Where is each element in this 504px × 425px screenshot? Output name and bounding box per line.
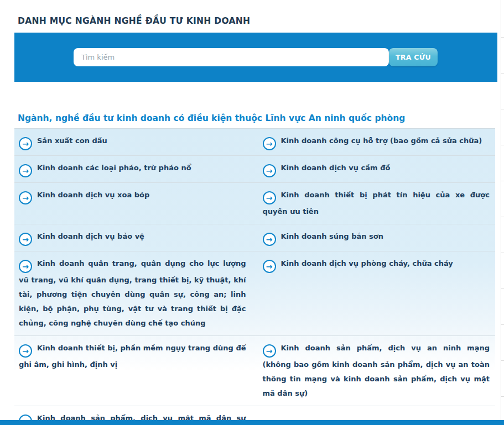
arrow-right-circle-icon: → bbox=[263, 164, 276, 177]
list-item[interactable]: →Kinh doanh dịch vụ phòng cháy, chữa chá… bbox=[255, 251, 496, 335]
list-row: →Kinh doanh thiết bị, phần mềm ngụy tran… bbox=[14, 335, 495, 406]
list-item-label: Kinh doanh dịch vụ cầm đồ bbox=[281, 164, 391, 172]
page-title: DANH MỤC NGÀNH NGHỀ ĐẦU TƯ KINH DOANH bbox=[18, 16, 250, 26]
list-item[interactable]: →Kinh doanh sản phẩm, dịch vụ an ninh mạ… bbox=[255, 336, 496, 406]
arrow-right-circle-icon: → bbox=[263, 344, 276, 358]
list-item[interactable]: →Sản xuất con dấu bbox=[14, 129, 255, 155]
list-row: →Kinh doanh quân trang, quân dụng cho lự… bbox=[14, 251, 495, 335]
list-item[interactable]: →Kinh doanh dịch vụ bảo vệ bbox=[14, 224, 255, 251]
arrow-right-circle-icon: → bbox=[19, 233, 32, 246]
arrow-right-circle-icon: → bbox=[19, 344, 32, 358]
list-item-label: Kinh doanh dịch vụ phòng cháy, chữa cháy bbox=[281, 259, 453, 267]
list-item-label: Kinh doanh quân trang, quân dụng cho lực… bbox=[19, 259, 246, 327]
arrow-right-circle-icon: → bbox=[19, 191, 32, 204]
list-item[interactable]: →Kinh doanh công cụ hỗ trợ (bao gồm cả s… bbox=[255, 129, 496, 155]
list-item[interactable]: →Kinh doanh các loại pháo, trừ pháo nổ bbox=[14, 156, 255, 182]
list-item-label: Kinh doanh dịch vụ bảo vệ bbox=[37, 232, 144, 240]
list-item[interactable]: →Kinh doanh quân trang, quân dụng cho lự… bbox=[14, 251, 255, 335]
list-row: →Kinh doanh dịch vụ bảo vệ →Kinh doanh s… bbox=[14, 224, 495, 251]
search-banner: TRA CỨU bbox=[14, 33, 497, 82]
footer-bar bbox=[0, 420, 504, 425]
arrow-right-circle-icon: → bbox=[263, 260, 276, 273]
right-edge-border bbox=[501, 0, 501, 425]
list-item[interactable]: →Kinh doanh dịch vụ cầm đồ bbox=[255, 156, 496, 182]
list-item-label: Kinh doanh thiết bị phát tín hiệu của xe… bbox=[263, 191, 490, 216]
list-item[interactable]: →Kinh doanh thiết bị, phần mềm ngụy tran… bbox=[14, 336, 255, 406]
sector-list: →Sản xuất con dấu →Kinh doanh công cụ hỗ… bbox=[14, 128, 495, 425]
list-item-label: Kinh doanh các loại pháo, trừ pháo nổ bbox=[37, 164, 191, 172]
list-item-label: Kinh doanh súng bắn sơn bbox=[281, 232, 383, 240]
arrow-right-circle-icon: → bbox=[263, 191, 276, 204]
arrow-right-circle-icon: → bbox=[263, 233, 276, 246]
list-item-label: Sản xuất con dấu bbox=[37, 137, 107, 145]
right-edge-ruler-ticks bbox=[501, 2, 504, 425]
search-button[interactable]: TRA CỨU bbox=[389, 48, 438, 66]
list-row: →Kinh doanh các loại pháo, trừ pháo nổ →… bbox=[14, 155, 495, 182]
section-heading: Ngành, nghề đầu tư kinh doanh có điều ki… bbox=[18, 113, 405, 123]
arrow-right-circle-icon: → bbox=[19, 260, 32, 273]
arrow-right-circle-icon: → bbox=[19, 164, 32, 177]
list-item-label: Kinh doanh công cụ hỗ trợ (bao gồm cả sử… bbox=[281, 137, 482, 145]
arrow-right-circle-icon: → bbox=[19, 137, 32, 150]
list-row: →Sản xuất con dấu →Kinh doanh công cụ hỗ… bbox=[14, 129, 495, 155]
search-input[interactable] bbox=[74, 48, 389, 66]
arrow-right-circle-icon: → bbox=[263, 137, 276, 150]
list-item-label: Kinh doanh sản phẩm, dịch vụ an ninh mạn… bbox=[263, 344, 490, 397]
list-item-label: Kinh doanh thiết bị, phần mềm ngụy trang… bbox=[19, 344, 246, 369]
list-item[interactable]: →Kinh doanh dịch vụ xoa bóp bbox=[14, 183, 255, 224]
list-item[interactable]: →Kinh doanh súng bắn sơn bbox=[255, 224, 496, 251]
list-item[interactable]: →Kinh doanh thiết bị phát tín hiệu của x… bbox=[255, 183, 496, 224]
list-item-label: Kinh doanh dịch vụ xoa bóp bbox=[37, 191, 149, 199]
list-row: →Kinh doanh dịch vụ xoa bóp →Kinh doanh … bbox=[14, 182, 495, 224]
